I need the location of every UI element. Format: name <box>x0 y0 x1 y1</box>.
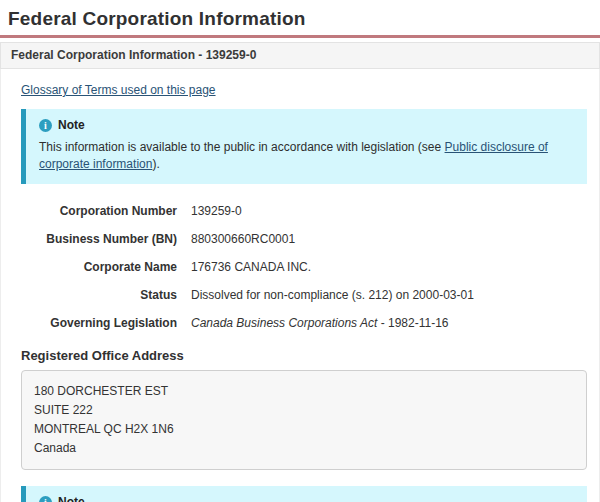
registered-office-heading: Registered Office Address <box>21 348 587 363</box>
detail-value: 880300660RC0001 <box>191 232 295 246</box>
detail-label: Status <box>21 288 177 302</box>
public-info-note: i Note This information is available to … <box>21 109 587 184</box>
page-title: Federal Corporation Information <box>0 0 600 35</box>
detail-label: Corporate Name <box>21 260 177 274</box>
glossary-link[interactable]: Glossary of Terms used on this page <box>21 83 216 97</box>
content-panel: Glossary of Terms used on this page i No… <box>0 69 600 502</box>
detail-value: 176736 CANADA INC. <box>191 260 311 274</box>
subtitle-bar: Federal Corporation Information - 139259… <box>0 42 600 69</box>
info-icon: i <box>39 119 52 132</box>
note-body: This information is available to the pub… <box>39 139 575 173</box>
address-line: SUITE 222 <box>34 401 574 420</box>
text-segment: This information is available to the pub… <box>39 140 445 154</box>
detail-row-corporation-number: Corporation Number 139259-0 <box>21 204 587 218</box>
note-title-text: Note <box>58 495 85 502</box>
detail-row-business-number: Business Number (BN) 880300660RC0001 <box>21 232 587 246</box>
registered-office-address-box: 180 DORCHESTER EST SUITE 222 MONTREAL QC… <box>21 370 587 470</box>
address-line: Canada <box>34 439 574 458</box>
corporation-details: Corporation Number 139259-0 Business Num… <box>21 204 587 330</box>
text-segment: - 1982-11-16 <box>377 316 448 330</box>
text-segment: Canada Business Corporations Act <box>191 316 377 330</box>
text-segment: ). <box>152 157 159 171</box>
detail-value: Dissolved for non-compliance (s. 212) on… <box>191 288 474 302</box>
note-title: i Note <box>39 118 575 132</box>
info-icon: i <box>39 496 52 502</box>
heading-accent-rule <box>0 35 600 38</box>
detail-label: Business Number (BN) <box>21 232 177 246</box>
detail-label: Governing Legislation <box>21 316 177 330</box>
address-line: 180 DORCHESTER EST <box>34 382 574 401</box>
detail-row-governing-legislation: Governing Legislation Canada Business Co… <box>21 316 587 330</box>
update-requirements-note: i Note Active CBCA corporations are requ… <box>21 486 587 502</box>
note-title-text: Note <box>58 118 85 132</box>
detail-value: 139259-0 <box>191 204 242 218</box>
address-line: MONTREAL QC H2X 1N6 <box>34 420 574 439</box>
detail-row-status: Status Dissolved for non-compliance (s. … <box>21 288 587 302</box>
note-title: i Note <box>39 495 575 502</box>
detail-label: Corporation Number <box>21 204 177 218</box>
detail-row-corporate-name: Corporate Name 176736 CANADA INC. <box>21 260 587 274</box>
detail-value: Canada Business Corporations Act - 1982-… <box>191 316 448 330</box>
